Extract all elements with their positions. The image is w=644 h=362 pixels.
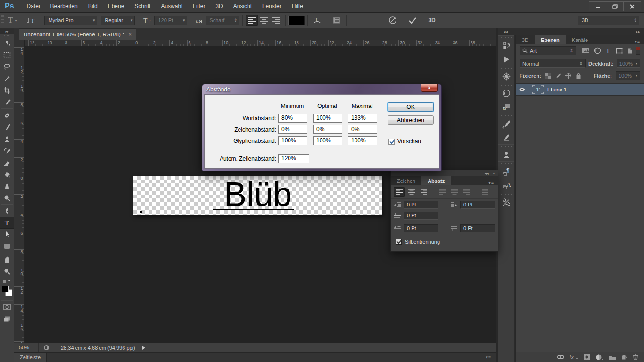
- font-style-select[interactable]: Regular▾: [101, 16, 135, 25]
- eyedropper-tool[interactable]: [0, 96, 14, 108]
- cancel-edit-icon[interactable]: [386, 16, 399, 25]
- indent-right-input[interactable]: 0 Pt: [460, 201, 495, 209]
- vertical-ruler[interactable]: 1412108642024681012141618: [14, 46, 25, 343]
- link-layers-icon[interactable]: [557, 355, 564, 359]
- crop-tool[interactable]: [0, 84, 14, 96]
- font-family-select[interactable]: Myriad Pro▾: [44, 16, 97, 25]
- align-left-button[interactable]: [246, 15, 258, 26]
- menu-item[interactable]: Hilfe: [287, 3, 308, 9]
- character-styles-panel-icon[interactable]: A: [498, 178, 514, 192]
- anti-alias-select[interactable]: Scharf⇕: [206, 16, 239, 25]
- brush-panel-icon[interactable]: [498, 117, 514, 131]
- paragraph-panel-menu-icon[interactable]: ▾≡: [488, 181, 498, 185]
- zoom-level-field[interactable]: 50%: [14, 343, 39, 352]
- lock-all-icon[interactable]: [576, 73, 581, 79]
- delete-layer-icon[interactable]: [633, 354, 638, 360]
- rounded-rectangle-tool[interactable]: [0, 240, 14, 252]
- status-menu-arrow-icon[interactable]: [142, 346, 146, 350]
- ok-button[interactable]: OK: [388, 102, 434, 112]
- space-after-input[interactable]: 0 Pt: [460, 224, 495, 232]
- menu-item[interactable]: Datei: [22, 3, 45, 9]
- tab-absatz[interactable]: Absatz: [421, 176, 451, 185]
- paragraph-styles-panel-icon[interactable]: ¶: [498, 165, 514, 178]
- dodge-tool[interactable]: [0, 192, 14, 204]
- actions-panel-icon[interactable]: [498, 52, 514, 66]
- zoom-tool[interactable]: [0, 265, 14, 277]
- para-justify-all-button[interactable]: [479, 187, 490, 197]
- paragraph-panel-close-icon[interactable]: ×: [493, 171, 495, 176]
- toggle-panels-icon[interactable]: [330, 16, 343, 24]
- workspace-select[interactable]: 3D⇕: [578, 16, 639, 25]
- screen-mode-icon[interactable]: [0, 313, 14, 325]
- auto-leading-input[interactable]: 120%: [278, 154, 309, 163]
- text-color-swatch[interactable]: [289, 16, 305, 25]
- menu-item[interactable]: Schrift: [129, 3, 156, 9]
- layer-name[interactable]: Ebene 1: [547, 87, 567, 92]
- close-button[interactable]: [624, 1, 641, 11]
- preview-checkbox[interactable]: [388, 139, 395, 145]
- opacity-select[interactable]: 100%▾: [617, 59, 640, 68]
- font-size-select[interactable]: 120 Pt▾: [154, 16, 187, 25]
- toolbar-collapse-icon[interactable]: ▸▸: [0, 28, 14, 34]
- para-align-center-button[interactable]: [406, 187, 417, 197]
- menu-item[interactable]: Fenster: [257, 3, 287, 9]
- swap-colors-icon[interactable]: [0, 277, 14, 285]
- new-layer-icon[interactable]: [621, 354, 627, 360]
- eraser-tool[interactable]: [0, 156, 14, 168]
- wortabstand-max-input[interactable]: 133%: [348, 114, 377, 123]
- layers-panel-menu-icon[interactable]: ▾≡: [635, 40, 644, 44]
- tab-3d[interactable]: 3D: [516, 35, 535, 44]
- brush-tool[interactable]: [0, 121, 14, 133]
- dialog-title[interactable]: Abstände: [202, 84, 441, 94]
- new-group-icon[interactable]: [609, 354, 616, 360]
- horizontal-ruler[interactable]: 1210864202468101214161820222426283032343…: [25, 40, 496, 46]
- glyphenabstand-min-input[interactable]: 100%: [278, 136, 307, 145]
- menu-item[interactable]: Ebene: [103, 3, 130, 9]
- cancel-button[interactable]: Abbrechen: [388, 115, 434, 125]
- blend-mode-select[interactable]: Normal⇕: [520, 59, 586, 68]
- type-tool-icon[interactable]: T▾: [6, 16, 19, 25]
- fill-select[interactable]: 100%▾: [616, 71, 640, 80]
- timeline-tab[interactable]: Zeitleiste: [14, 353, 47, 362]
- pen-tool[interactable]: [0, 205, 14, 217]
- zeichenabstand-opt-input[interactable]: 0%: [313, 125, 342, 134]
- indent-first-line-input[interactable]: 0 Pt: [404, 212, 438, 220]
- zeichenabstand-min-input[interactable]: 0%: [278, 125, 307, 134]
- glyphenabstand-opt-input[interactable]: 100%: [313, 136, 342, 145]
- minimize-button[interactable]: [589, 1, 606, 11]
- lasso-tool[interactable]: [0, 61, 14, 73]
- clone-source-panel-icon[interactable]: [498, 148, 514, 161]
- warp-text-icon[interactable]: T: [311, 16, 324, 24]
- tool-presets-panel-icon[interactable]: [498, 195, 514, 209]
- layer-row-ebene-1[interactable]: T Ebene 1: [516, 83, 644, 96]
- para-align-right-button[interactable]: [418, 187, 429, 197]
- options-grip[interactable]: [1, 15, 4, 25]
- hyphenate-checkbox[interactable]: [396, 239, 402, 245]
- menu-item[interactable]: 3D: [210, 3, 228, 9]
- filter-type-layers-icon[interactable]: T: [605, 48, 611, 54]
- dialog-close-button[interactable]: ×: [421, 84, 438, 92]
- quick-mask-icon[interactable]: [0, 301, 14, 313]
- foreground-background-swatches[interactable]: [0, 285, 14, 300]
- filter-smart-objects-icon[interactable]: [627, 48, 633, 54]
- history-brush-tool[interactable]: [0, 145, 14, 156]
- dock-collapse-icon[interactable]: ◂◂: [504, 29, 508, 34]
- text-orientation-icon[interactable]: T: [25, 16, 38, 24]
- path-selection-tool[interactable]: [0, 229, 14, 240]
- space-before-input[interactable]: 0 Pt: [404, 224, 438, 232]
- layer-visibility-toggle[interactable]: [516, 84, 528, 95]
- quick-selection-tool[interactable]: [0, 73, 14, 84]
- tab-zeichen[interactable]: Zeichen: [391, 176, 421, 185]
- glyphenabstand-max-input[interactable]: 100%: [348, 136, 377, 145]
- rectangular-marquee-tool[interactable]: [0, 49, 14, 61]
- type-tool[interactable]: T: [0, 217, 14, 229]
- hand-tool[interactable]: [0, 254, 14, 265]
- wortabstand-min-input[interactable]: 80%: [278, 114, 307, 123]
- filter-shape-layers-icon[interactable]: [616, 48, 623, 54]
- align-right-button[interactable]: [270, 15, 282, 26]
- para-align-left-button[interactable]: [394, 187, 405, 197]
- indent-left-input[interactable]: 0 Pt: [404, 201, 438, 209]
- layer-style-icon[interactable]: fx: [570, 354, 578, 360]
- filter-pixel-layers-icon[interactable]: [582, 48, 590, 54]
- filter-kind-select[interactable]: Art ⇕: [520, 46, 576, 55]
